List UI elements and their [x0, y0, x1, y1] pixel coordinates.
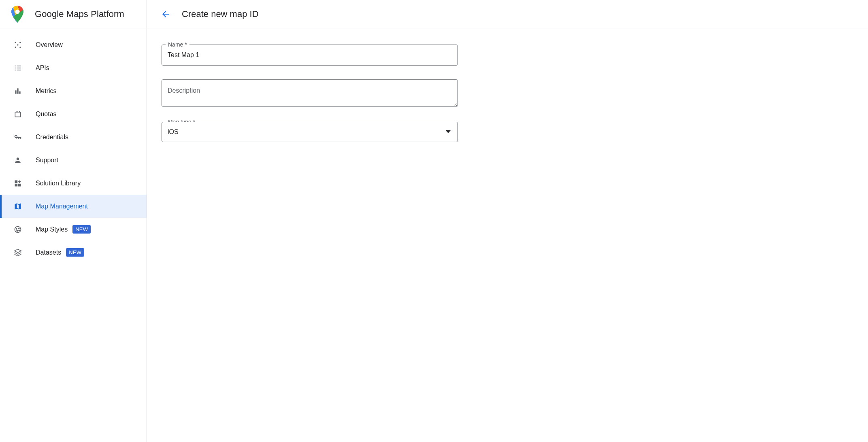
product-title: Google Maps Platform	[35, 9, 124, 19]
sidebar-item-label: Quotas	[36, 110, 57, 118]
svg-point-3	[19, 42, 21, 43]
svg-rect-7	[15, 66, 16, 66]
svg-point-5	[19, 47, 21, 48]
svg-point-24	[17, 230, 18, 232]
svg-rect-8	[17, 66, 21, 66]
svg-rect-12	[17, 70, 21, 70]
sidebar-item-label: Overview	[36, 41, 63, 49]
map-styles-icon	[13, 225, 23, 234]
sidebar-item-datasets[interactable]: Datasets NEW	[0, 241, 147, 264]
sidebar-item-support[interactable]: Support	[0, 149, 147, 172]
sidebar-item-label: APIs	[36, 64, 49, 72]
sidebar-item-metrics[interactable]: Metrics	[0, 79, 147, 102]
sidebar-nav: Overview APIs Metrics Quotas	[0, 28, 147, 442]
apis-icon	[13, 63, 23, 73]
sidebar-item-credentials[interactable]: Credentials	[0, 125, 147, 149]
credentials-icon	[13, 132, 23, 142]
sidebar-item-label: Support	[36, 157, 58, 164]
map-type-field-wrap: Map type * iOS	[162, 122, 458, 142]
datasets-icon	[13, 248, 23, 257]
sidebar-item-apis[interactable]: APIs	[0, 56, 147, 79]
main-header: Create new map ID	[147, 0, 868, 28]
svg-point-22	[18, 228, 19, 229]
svg-point-21	[16, 228, 17, 230]
description-input[interactable]	[162, 79, 458, 107]
sidebar-item-label: Solution Library	[36, 180, 81, 187]
svg-rect-15	[19, 91, 20, 94]
solution-library-icon	[13, 178, 23, 188]
arrow-left-icon	[161, 9, 170, 19]
sidebar-item-label: Metrics	[36, 87, 57, 95]
name-input[interactable]	[162, 45, 458, 66]
sidebar-item-overview[interactable]: Overview	[0, 33, 147, 56]
google-maps-logo-icon	[11, 6, 23, 23]
svg-point-6	[17, 44, 18, 45]
sidebar-item-map-styles[interactable]: Map Styles NEW	[0, 218, 147, 241]
support-icon	[13, 155, 23, 165]
sidebar-item-label: Map Styles	[36, 226, 68, 233]
svg-point-4	[15, 47, 16, 48]
page-title: Create new map ID	[182, 9, 259, 19]
svg-rect-9	[15, 68, 16, 68]
map-type-select[interactable]: iOS	[162, 122, 458, 142]
svg-rect-14	[17, 88, 18, 94]
new-badge: NEW	[72, 225, 91, 234]
overview-icon	[13, 40, 23, 50]
sidebar-item-label: Map Management	[36, 203, 88, 210]
sidebar-item-label: Credentials	[36, 134, 68, 141]
description-field-wrap	[162, 79, 458, 108]
svg-rect-17	[15, 180, 18, 183]
svg-point-20	[15, 226, 21, 232]
svg-point-2	[15, 42, 16, 43]
svg-point-23	[19, 230, 20, 231]
svg-rect-13	[15, 90, 16, 94]
map-management-icon	[13, 202, 23, 211]
sidebar-item-solution-library[interactable]: Solution Library	[0, 172, 147, 195]
metrics-icon	[13, 86, 23, 96]
quotas-icon	[13, 109, 23, 119]
sidebar-item-map-management[interactable]: Map Management	[0, 195, 147, 218]
main-content: Name * Map type * iOS	[147, 28, 868, 442]
sidebar-header: Google Maps Platform	[0, 0, 147, 28]
svg-rect-16	[15, 112, 20, 117]
new-badge: NEW	[66, 248, 84, 257]
name-label: Name *	[166, 41, 189, 48]
back-button[interactable]	[157, 6, 174, 22]
svg-rect-11	[15, 70, 16, 70]
svg-rect-19	[15, 183, 18, 186]
sidebar-item-quotas[interactable]: Quotas	[0, 102, 147, 125]
svg-rect-10	[17, 68, 21, 68]
sidebar-item-label: Datasets	[36, 249, 61, 256]
svg-rect-18	[18, 183, 21, 186]
name-field-wrap: Name *	[162, 45, 458, 66]
